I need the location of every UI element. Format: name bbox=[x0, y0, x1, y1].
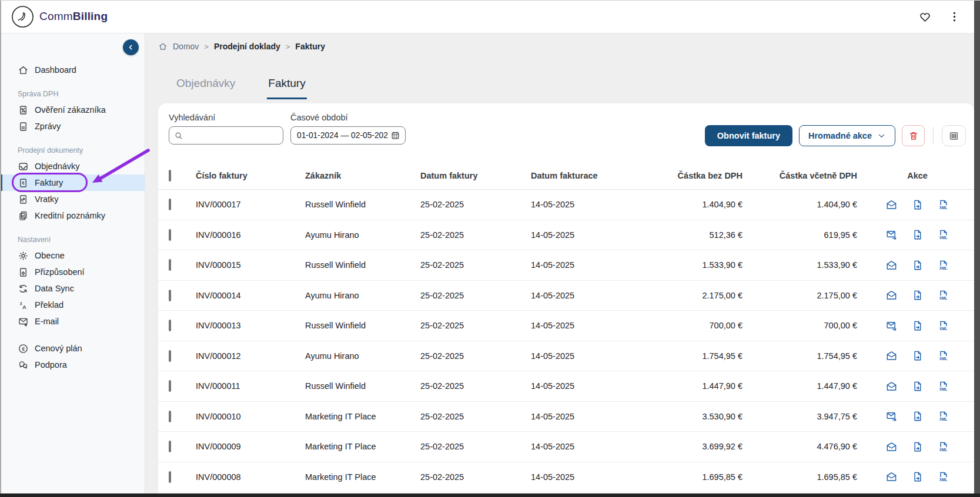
sidebar-item-zpravy[interactable]: Zprávy bbox=[0, 118, 145, 135]
mail-open-icon[interactable] bbox=[885, 199, 898, 211]
sidebar-item-cenovy-plan[interactable]: €Cenový plán bbox=[0, 340, 145, 357]
bulk-actions-button[interactable]: Hromadné akce bbox=[799, 125, 895, 146]
mail-open-icon[interactable] bbox=[885, 441, 898, 453]
amount-gross-cell: 1.754,95 € bbox=[746, 351, 861, 361]
file-export-icon[interactable] bbox=[911, 441, 924, 453]
xml-file-icon[interactable]: XML bbox=[937, 259, 949, 271]
row-checkbox[interactable] bbox=[169, 290, 171, 301]
xml-file-icon[interactable]: XML bbox=[937, 471, 949, 483]
svg-text:XML: XML bbox=[939, 387, 947, 391]
mail-open-icon[interactable] bbox=[885, 259, 898, 271]
xml-file-icon[interactable]: XML bbox=[937, 289, 949, 301]
tab-objednavky[interactable]: Objednávky bbox=[175, 77, 236, 99]
sidebar-item-preklad[interactable]: žAPřeklad bbox=[0, 297, 145, 313]
breadcrumb: Domov > Prodejní doklady > Faktury bbox=[158, 42, 325, 51]
xml-file-icon[interactable]: XML bbox=[937, 441, 949, 453]
breadcrumb-prodejni-doklady[interactable]: Prodejní doklady bbox=[214, 42, 280, 51]
sidebar-item-overeni-zakaznika[interactable]: Ověření zákazníka bbox=[0, 102, 145, 118]
tab-faktury[interactable]: Faktury bbox=[267, 77, 306, 99]
row-checkbox[interactable] bbox=[169, 380, 171, 392]
mail-open-icon[interactable] bbox=[885, 380, 898, 392]
table-row: INV/000017Russell Winfield25-02-202514-0… bbox=[158, 190, 974, 220]
bulk-actions-label: Hromadné akce bbox=[808, 131, 872, 140]
sidebar-item-label: Ověření zákazníka bbox=[35, 105, 106, 115]
breadcrumb-separator: > bbox=[286, 42, 290, 51]
sidebar-item-prizpusobeni[interactable]: Přizpůsobení bbox=[0, 264, 145, 280]
search-group: Vyhledávání bbox=[169, 113, 283, 145]
svg-text:€: € bbox=[22, 345, 25, 351]
sidebar-item-vratky[interactable]: Vratky bbox=[0, 191, 145, 207]
amount-net-cell: 700,00 € bbox=[640, 321, 746, 330]
file-export-icon[interactable] bbox=[911, 471, 924, 483]
column-header: Částka včetně DPH bbox=[746, 171, 861, 180]
xml-file-icon[interactable]: XML bbox=[937, 380, 949, 392]
row-checkbox[interactable] bbox=[169, 229, 171, 241]
row-checkbox[interactable] bbox=[169, 199, 171, 210]
column-header: Datum fakturace bbox=[531, 171, 640, 180]
mail-send-icon[interactable] bbox=[885, 410, 898, 422]
breadcrumb-domov[interactable]: Domov bbox=[173, 42, 199, 51]
column-settings-button[interactable] bbox=[942, 125, 966, 146]
amount-gross-cell: 3.947,75 € bbox=[746, 412, 861, 421]
file-export-icon[interactable] bbox=[911, 320, 924, 332]
xml-file-icon[interactable]: XML bbox=[937, 229, 949, 241]
mail-send-icon[interactable] bbox=[885, 229, 898, 241]
select-all-checkbox[interactable] bbox=[169, 170, 171, 182]
xml-file-icon[interactable]: XML bbox=[937, 410, 949, 422]
calendar-icon[interactable] bbox=[390, 130, 400, 140]
xml-file-icon[interactable]: XML bbox=[937, 350, 949, 362]
delete-button[interactable] bbox=[902, 125, 925, 146]
sidebar-item-kreditni-poznamky[interactable]: Kreditní poznámky bbox=[0, 207, 145, 224]
heart-icon[interactable] bbox=[918, 10, 932, 23]
sidebar-collapse-button[interactable] bbox=[123, 39, 139, 55]
refresh-invoices-button[interactable]: Obnovit faktury bbox=[705, 125, 792, 146]
invoice-date-cell: 25-02-2025 bbox=[420, 260, 531, 270]
row-checkbox[interactable] bbox=[169, 320, 171, 331]
file-export-icon[interactable] bbox=[911, 410, 924, 422]
customer-cell: Russell Winfield bbox=[305, 200, 420, 209]
kebab-menu-icon[interactable] bbox=[948, 10, 961, 23]
search-input[interactable] bbox=[188, 131, 278, 140]
document-gear-icon bbox=[18, 267, 29, 278]
file-export-icon[interactable] bbox=[911, 229, 924, 241]
sidebar-item-label: Kreditní poznámky bbox=[35, 211, 105, 220]
sidebar-item-data-sync[interactable]: Data Sync bbox=[0, 280, 145, 297]
mail-send-icon[interactable] bbox=[885, 320, 898, 332]
actions-cell: XML bbox=[861, 320, 974, 332]
file-export-icon[interactable] bbox=[911, 259, 924, 271]
sidebar-item-faktury[interactable]: €Faktury bbox=[0, 174, 145, 191]
table-row: INV/000013Russell Winfield25-02-202514-0… bbox=[158, 311, 974, 341]
sidebar-item-obecne[interactable]: Obecne bbox=[0, 247, 145, 264]
invoice-date-cell: 25-02-2025 bbox=[420, 230, 531, 240]
actions-cell: XML bbox=[861, 410, 974, 422]
row-checkbox[interactable] bbox=[169, 350, 171, 362]
sidebar-item-objednavky[interactable]: Objednávky bbox=[0, 158, 145, 174]
sidebar-item-podpora[interactable]: Podpora bbox=[0, 357, 145, 373]
mail-open-icon[interactable] bbox=[885, 471, 898, 483]
return-receipt-icon bbox=[18, 194, 29, 205]
mail-open-icon[interactable] bbox=[885, 289, 898, 301]
invoice-euro-icon: € bbox=[18, 177, 29, 189]
sidebar-item-email[interactable]: E-mail bbox=[0, 313, 145, 330]
invoice-date-cell: 25-02-2025 bbox=[420, 200, 531, 209]
xml-file-icon[interactable]: XML bbox=[937, 199, 949, 211]
invoice-date-cell: 25-02-2025 bbox=[420, 291, 531, 300]
envelope-gear-icon bbox=[18, 316, 29, 327]
customer-cell: Ayumu Hirano bbox=[305, 291, 420, 300]
sidebar-nav: DashboardSpráva DPHOvěření zákazníkaZprá… bbox=[0, 33, 145, 373]
file-export-icon[interactable] bbox=[911, 350, 924, 362]
row-checkbox[interactable] bbox=[169, 411, 171, 422]
file-export-icon[interactable] bbox=[911, 380, 924, 392]
date-range-input[interactable]: 01-01-2024 — 02-05-202 bbox=[290, 126, 406, 145]
xml-file-icon[interactable]: XML bbox=[937, 320, 949, 332]
home-icon bbox=[18, 65, 29, 76]
mail-open-icon[interactable] bbox=[885, 350, 898, 362]
row-checkbox[interactable] bbox=[169, 471, 171, 483]
sidebar-item-dashboard[interactable]: Dashboard bbox=[0, 62, 145, 78]
row-checkbox[interactable] bbox=[169, 259, 171, 271]
billing-date-cell: 14-05-2025 bbox=[531, 442, 640, 451]
row-checkbox[interactable] bbox=[169, 441, 171, 452]
file-export-icon[interactable] bbox=[911, 289, 924, 301]
breadcrumb-faktury: Faktury bbox=[295, 42, 325, 51]
file-export-icon[interactable] bbox=[911, 199, 924, 211]
